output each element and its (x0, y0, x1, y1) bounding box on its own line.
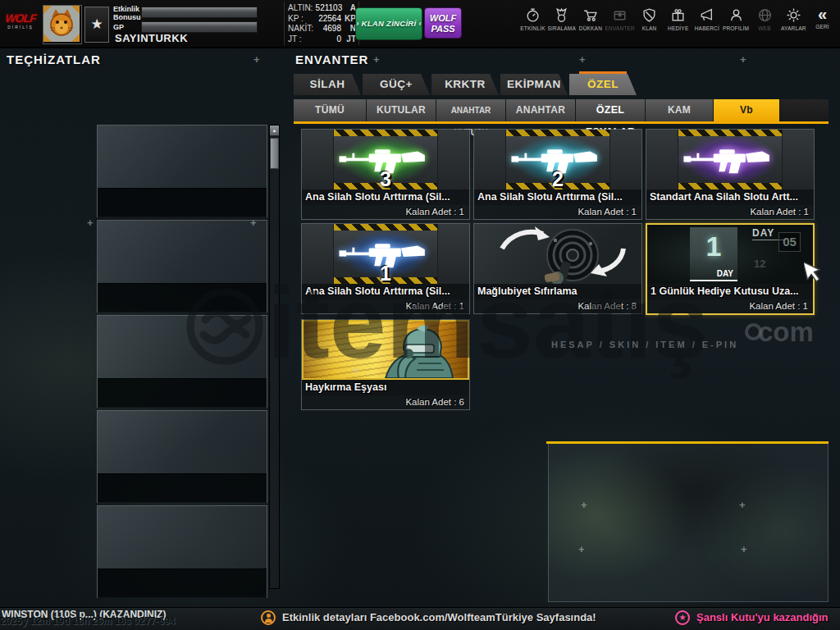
nav-profilim[interactable]: PROFİLİM (721, 5, 750, 44)
tab-krktr[interactable]: KRKTR (431, 74, 499, 95)
plus-decoration: + (739, 499, 746, 511)
app-window: WOLF DİRİLİŞ ★ EtkinlikBonusu GP S (0, 0, 840, 630)
stopwatch-icon (525, 7, 541, 23)
lucky-box-text: Şanslı Kutu'yu kazandığın (696, 611, 829, 623)
subtab-vb[interactable]: Vb (714, 99, 779, 121)
rifle-icon (682, 140, 778, 176)
lucky-box-star-icon: ★ (675, 610, 690, 625)
tab-ekipman[interactable]: EKİPMAN (500, 74, 568, 95)
rank-star-badge[interactable]: ★ (84, 7, 109, 43)
inventory-item-tile[interactable]: Mağlubiyet Sıfırlama Kalan Adet : 8 (473, 223, 642, 314)
subtab-filler (780, 99, 829, 121)
active-tab-indicator (579, 71, 627, 74)
nav-hediye[interactable]: HEDİYE (664, 5, 692, 44)
subtab-anahtar-kutusu[interactable]: ANAHTAR KUTUSU (436, 99, 505, 121)
wolf-logo: WOLF DİRİLİŞ (2, 3, 39, 44)
wolf-logo-subtext: DİRİLİŞ (2, 25, 39, 30)
scroll-up-icon[interactable]: ▲ (270, 126, 279, 136)
subtab-tumu[interactable]: TÜMÜ (294, 99, 366, 121)
subtab-anahtar[interactable]: ANAHTAR (506, 99, 575, 121)
inventory-item-tile[interactable]: Standart Ana Silah Slotu Artt... Kalan A… (646, 129, 815, 220)
subtab-ozel-esyalar[interactable]: ÖZEL EŞYALAR (576, 99, 645, 121)
gp-label: GP (113, 24, 124, 32)
item-image-shout (302, 320, 469, 380)
item-image-daily-gift: 1 DAY DAY 05 12 (647, 225, 813, 284)
item-name: Ana Silah Slotu Arttırma (Sil... (302, 284, 469, 299)
scrollbar-thumb[interactable] (270, 138, 279, 169)
event-bonus-bar (141, 7, 258, 18)
inventory-item-tile[interactable]: 2 Ana Silah Slotu Arttırma (Sil... Kalan… (473, 129, 642, 220)
shield-icon (641, 7, 657, 23)
currency-row-kp: KP : 22564 KP (288, 14, 356, 25)
nav-klan[interactable]: KLAN (635, 5, 664, 44)
item-name: Haykırma Eşyası (302, 380, 469, 395)
player-avatar[interactable] (43, 5, 82, 44)
medal-icon (554, 7, 569, 23)
back-icon: « (818, 7, 827, 21)
item-name: 1 Günlük Hediye Kutusu Uza... (647, 284, 813, 299)
watermark-dot-icon (745, 323, 762, 340)
subtab-kam[interactable]: KAM (646, 99, 713, 121)
slot-number-badge: 1 (380, 263, 391, 284)
preview-panel (546, 441, 829, 603)
gp-bar (141, 21, 258, 33)
equipment-slot-list (97, 125, 267, 600)
item-name: Mağlubiyet Sıfırlama (474, 284, 641, 299)
currency-row-nakit: NAKİT: 4698 N (288, 24, 356, 34)
chest-icon (612, 7, 628, 23)
equipment-slot[interactable] (97, 315, 267, 408)
inventory-item-tile-selected[interactable]: 1 DAY DAY 05 12 1 Günlük Hediye Kutusu U… (646, 223, 815, 315)
klan-zinciri-button[interactable]: › KLAN ZİNCİRİ ‹ (355, 7, 422, 40)
item-count: Kalan Adet : 6 (302, 395, 469, 409)
player-name: SAYINTURKK (115, 32, 188, 44)
nav-haberci[interactable]: HABERCİ (692, 5, 721, 44)
plus-decoration: + (579, 53, 586, 66)
equipment-slot[interactable] (97, 410, 267, 503)
nav-geri[interactable]: « GERİ (808, 5, 837, 44)
preview-panel-body (548, 444, 829, 602)
watermark-com: com (758, 317, 814, 348)
item-count: Kalan Adet : 1 (647, 299, 813, 313)
equipment-scrollbar[interactable]: ▲ (269, 125, 280, 589)
megaphone-icon (699, 7, 714, 23)
equipment-slot[interactable] (97, 125, 267, 217)
ticker-timestamp: 2025y 12m 19d 18h 29m 18s 0277-694 (0, 615, 176, 627)
inventory-item-tile[interactable]: Haykırma Eşyası Kalan Adet : 6 (301, 319, 470, 410)
item-count: Kalan Adet : 1 (646, 205, 814, 219)
item-name: Ana Silah Slotu Arttırma (Sil... (302, 189, 469, 205)
bonus-label: EtkinlikBonusu (113, 6, 141, 21)
tab-silah[interactable]: SİLAH (294, 74, 361, 95)
nav-etkinlik[interactable]: ETKİNLİK (518, 5, 547, 44)
nav-ayarlar[interactable]: AYARLAR (779, 5, 808, 44)
item-count: Kalan Adet : 1 (474, 205, 641, 219)
plus-decoration: + (740, 53, 746, 66)
item-image-crate-cyan: 2 (474, 130, 641, 189)
inventory-item-tile[interactable]: 1 Ana Silah Slotu Arttırma (Sil... Kalan… (301, 223, 470, 314)
cat-avatar-icon (43, 6, 80, 42)
inventory-item-tile[interactable]: 3 Ana Silah Slotu Arttırma (Sil... Kalan… (301, 129, 470, 220)
cart-icon (582, 7, 598, 23)
day-calendar-panel: 1 DAY (690, 227, 737, 281)
gift-icon (670, 7, 686, 23)
person-icon (728, 7, 744, 23)
equipment-slot[interactable] (97, 505, 267, 598)
plus-decoration: + (373, 53, 380, 66)
plus-decoration: + (581, 499, 587, 511)
nav-web[interactable]: WEB (751, 5, 779, 44)
item-count: Kalan Adet : 1 (302, 205, 469, 219)
subtab-kutular[interactable]: KUTULAR (367, 99, 436, 121)
equipment-slot[interactable] (97, 220, 267, 313)
mouse-cursor (804, 259, 824, 284)
plus-decoration: + (253, 53, 260, 66)
nav-dukkan[interactable]: DÜKKAN (576, 5, 605, 44)
tab-ozel[interactable]: ÖZEL (569, 74, 637, 95)
item-image-reset-target (474, 224, 641, 284)
wolf-pass-button[interactable]: WOLFPASS (424, 7, 462, 39)
tab-guc[interactable]: GÜÇ+ (363, 74, 430, 95)
nav-siralama[interactable]: SIRALAMA (547, 5, 576, 44)
item-count: Kalan Adet : 8 (474, 299, 641, 313)
nav-envanter[interactable]: ENVANTER (605, 5, 635, 44)
announcement-text: Etkinlik detayları Facebook.com/Wolfteam… (282, 611, 596, 623)
slot-number-badge: 2 (552, 169, 564, 189)
top-bar: WOLF DİRİLİŞ ★ EtkinlikBonusu GP S (0, 0, 840, 48)
